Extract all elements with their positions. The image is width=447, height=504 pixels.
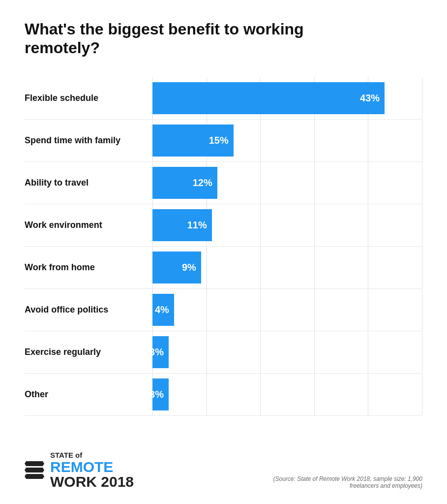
source-text: (Source: State of Remote Work 2018, samp…: [250, 475, 422, 489]
bar-track: 9%: [152, 247, 422, 288]
bar-track: 3%: [152, 331, 422, 373]
bar-value: 4%: [155, 304, 169, 315]
brand-icon: [25, 461, 44, 479]
bar-label: Ability to travel: [25, 162, 152, 204]
brand-logo: STATE of REMOTE WORK 2018: [25, 451, 134, 489]
bar-value: 9%: [182, 262, 196, 273]
bar-value: 3%: [149, 389, 164, 400]
brand-icon-layer-3: [25, 474, 44, 479]
bar-track: 15%: [152, 120, 422, 161]
bar-fill: 12%: [152, 167, 217, 199]
chart-area: Flexible schedule43%Spend time with fami…: [25, 77, 422, 436]
bar-track: 12%: [152, 162, 422, 204]
bar-label: Other: [25, 374, 152, 415]
bar-label: Avoid office politics: [25, 289, 152, 331]
brand-remote: REMOTE: [50, 460, 134, 474]
bar-value: 43%: [360, 93, 380, 104]
bar-value: 15%: [209, 135, 229, 146]
bar-track: 4%: [152, 289, 422, 331]
bar-label: Exercise regularly: [25, 331, 152, 373]
bar-label: Work environment: [25, 204, 152, 246]
bar-fill: 15%: [152, 125, 234, 157]
grid-container: Flexible schedule43%Spend time with fami…: [25, 77, 422, 416]
bar-fill: 11%: [152, 209, 212, 241]
bar-row: Avoid office politics4%: [25, 289, 422, 331]
bar-label: Work from home: [25, 247, 152, 288]
bar-row: Spend time with family15%: [25, 120, 422, 162]
bar-row: Work from home9%: [25, 247, 422, 289]
bar-label: Spend time with family: [25, 120, 152, 161]
brand-icon-layer-2: [25, 468, 44, 472]
bar-track: 11%: [152, 204, 422, 246]
bar-value: 11%: [187, 220, 207, 231]
bar-track: 43%: [152, 77, 422, 119]
bar-track: 3%: [152, 374, 422, 415]
brand-year: WORK 2018: [50, 474, 134, 489]
bar-row: Ability to travel12%: [25, 162, 422, 204]
bar-row: Work environment11%: [25, 204, 422, 247]
bar-fill: 43%: [152, 82, 385, 114]
bar-value: 3%: [149, 346, 164, 358]
bar-value: 12%: [193, 177, 212, 189]
bar-fill: 3%: [152, 378, 169, 410]
bar-row: Other3%: [25, 374, 422, 416]
bar-fill: 9%: [152, 252, 201, 284]
bar-label: Flexible schedule: [25, 77, 152, 119]
bar-row: Flexible schedule43%: [25, 77, 422, 120]
bar-row: Exercise regularly3%: [25, 331, 422, 374]
footer: STATE of REMOTE WORK 2018 (Source: State…: [25, 451, 422, 489]
chart-title: What's the biggest benefit to working re…: [25, 20, 369, 58]
bars-container: Flexible schedule43%Spend time with fami…: [25, 77, 422, 416]
bar-fill: 3%: [152, 336, 169, 368]
brand-text: STATE of REMOTE WORK 2018: [50, 451, 134, 489]
bar-fill: 4%: [152, 294, 174, 326]
brand-icon-layer-1: [25, 461, 44, 466]
